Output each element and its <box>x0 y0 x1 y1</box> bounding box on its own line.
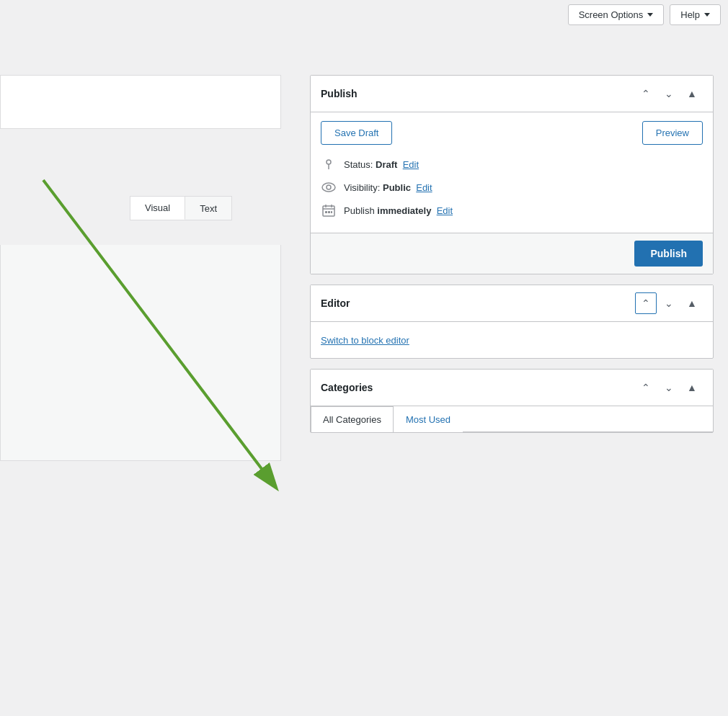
calendar-icon <box>321 202 337 218</box>
publish-body: Save Draft Preview <box>311 112 713 233</box>
help-arrow-icon <box>704 13 710 17</box>
tab-text[interactable]: Text <box>185 197 231 220</box>
publish-actions-row: Save Draft Preview <box>321 121 703 145</box>
editor-body: Switch to block editor <box>311 322 713 358</box>
screen-options-button[interactable]: Screen Options <box>568 4 665 25</box>
editor-tabs: Visual Text <box>130 196 232 220</box>
status-edit-link[interactable]: Edit <box>403 159 419 170</box>
svg-rect-11 <box>328 211 330 213</box>
categories-title: Categories <box>321 382 635 393</box>
most-used-label: Most Used <box>406 414 450 425</box>
visibility-row: Visibility: Public Edit <box>321 179 703 195</box>
help-button[interactable]: Help <box>670 4 721 25</box>
screen-options-arrow-icon <box>647 13 653 17</box>
title-input-area <box>0 75 281 129</box>
right-sidebar: Publish ⌃ ⌄ ▲ Save Draft Preview <box>310 75 714 433</box>
visibility-text: Visibility: Public Edit <box>344 182 432 193</box>
publish-metabox-header: Publish ⌃ ⌄ ▲ <box>311 76 713 112</box>
publish-button-label: Publish <box>650 248 687 259</box>
editor-collapse-up-btn[interactable]: ⌃ <box>635 292 657 314</box>
publish-button[interactable]: Publish <box>634 241 703 267</box>
publish-toggle-btn[interactable]: ▲ <box>681 83 703 104</box>
svg-rect-10 <box>325 211 327 213</box>
visibility-edit-link[interactable]: Edit <box>416 182 432 193</box>
tab-visual[interactable]: Visual <box>130 197 185 220</box>
categories-collapse-down-btn[interactable]: ⌄ <box>658 377 680 398</box>
help-label: Help <box>680 9 700 20</box>
editor-toggle-btn[interactable]: ▲ <box>681 292 703 314</box>
text-tab-label: Text <box>200 203 217 214</box>
status-value: Draft <box>376 159 397 170</box>
publish-footer: Publish <box>311 233 713 274</box>
publish-time-value: immediately <box>377 205 431 216</box>
visibility-value: Public <box>383 182 411 193</box>
svg-rect-12 <box>331 211 332 213</box>
editor-metabox-controls: ⌃ ⌄ ▲ <box>635 292 703 314</box>
tab-most-used[interactable]: Most Used <box>394 406 463 432</box>
status-text: Status: Draft Edit <box>344 159 419 170</box>
save-draft-label: Save Draft <box>334 127 378 138</box>
categories-tabs: All Categories Most Used <box>311 406 713 432</box>
publish-time-text: Publish immediately Edit <box>344 205 453 216</box>
svg-point-5 <box>327 185 331 189</box>
svg-point-4 <box>322 183 335 192</box>
editor-metabox: Editor ⌃ ⌄ ▲ Switch to block editor <box>310 285 714 359</box>
save-draft-button[interactable]: Save Draft <box>321 121 392 145</box>
categories-toggle-btn[interactable]: ▲ <box>681 377 703 398</box>
publish-metabox-controls: ⌃ ⌄ ▲ <box>635 83 703 104</box>
categories-metabox-controls: ⌃ ⌄ ▲ <box>635 377 703 398</box>
publish-metabox: Publish ⌃ ⌄ ▲ Save Draft Preview <box>310 75 714 274</box>
publish-meta-rows: Status: Draft Edit Visi <box>321 153 703 224</box>
status-icon <box>321 156 337 172</box>
editor-collapse-down-btn[interactable]: ⌄ <box>658 292 680 314</box>
tab-all-categories[interactable]: All Categories <box>311 406 394 432</box>
svg-point-2 <box>327 160 331 164</box>
editor-content-area <box>0 245 281 461</box>
publish-collapse-up-btn[interactable]: ⌃ <box>635 83 657 104</box>
publish-time-row: Publish immediately Edit <box>321 202 703 218</box>
publish-title: Publish <box>321 88 635 99</box>
left-panel: Visual Text <box>0 0 303 716</box>
editor-title: Editor <box>321 297 635 309</box>
editor-metabox-header: Editor ⌃ ⌄ ▲ <box>311 285 713 322</box>
preview-button[interactable]: Preview <box>642 121 703 145</box>
publish-time-edit-link[interactable]: Edit <box>437 205 453 216</box>
all-categories-label: All Categories <box>323 414 381 425</box>
visual-tab-label: Visual <box>145 202 170 213</box>
status-row: Status: Draft Edit <box>321 156 703 172</box>
visibility-icon <box>321 179 337 195</box>
categories-metabox-header: Categories ⌃ ⌄ ▲ <box>311 370 713 406</box>
categories-body: All Categories Most Used <box>311 406 713 432</box>
categories-collapse-up-btn[interactable]: ⌃ <box>635 377 657 398</box>
top-bar: Screen Options Help <box>561 0 728 30</box>
preview-label: Preview <box>656 127 689 138</box>
categories-metabox: Categories ⌃ ⌄ ▲ All Categories Most Use… <box>310 369 714 433</box>
screen-options-label: Screen Options <box>579 9 644 20</box>
publish-collapse-down-btn[interactable]: ⌄ <box>658 83 680 104</box>
switch-to-block-editor-link[interactable]: Switch to block editor <box>321 335 409 346</box>
